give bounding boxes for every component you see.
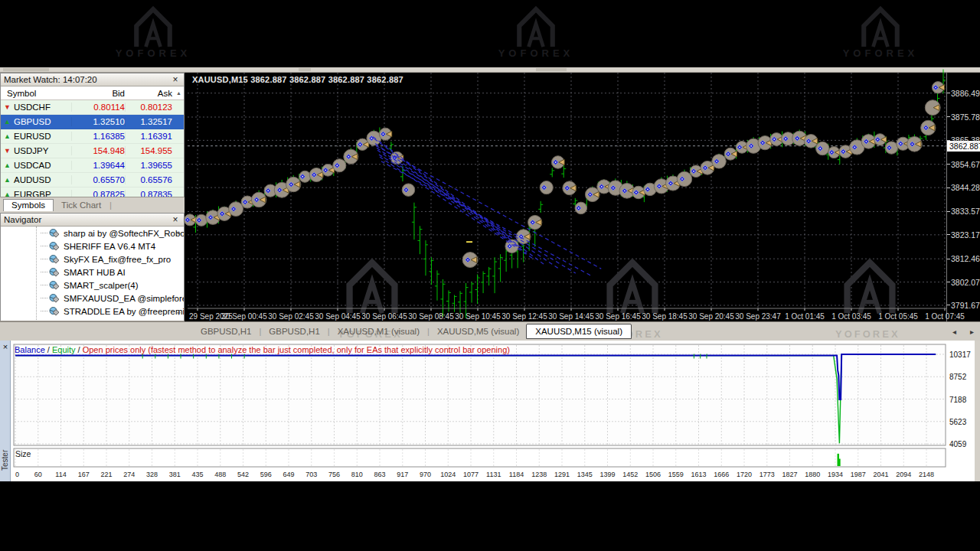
bid-cell: 1.32510	[71, 117, 125, 126]
yoforex-watermark-text: YOFOREX	[498, 47, 574, 59]
house-logo-watermark	[136, 9, 170, 47]
close-icon[interactable]: ×	[0, 342, 11, 351]
navigator-item-label: sharp ai by @SoftechFX_Robot	[64, 229, 184, 238]
market-watch-rows: ▼USDCHF0.801140.80123▲GBPUSD1.325101.325…	[1, 100, 184, 197]
scroll-up-icon[interactable]: ▲	[176, 90, 181, 96]
expert-advisor-icon	[49, 293, 60, 304]
close-icon[interactable]: ×	[170, 215, 181, 224]
symbol-cell: USDCHF	[14, 103, 71, 112]
tester-x-label: 1077	[463, 471, 479, 478]
tester-legend-text: Open prices only (fastest method to anal…	[83, 345, 510, 354]
market-watch-header: Symbol Bid Ask ▲	[1, 86, 184, 100]
tester-x-label: 488	[214, 471, 226, 478]
navigator-item[interactable]: SMFXAUUSD_EA @simpleforex	[1, 292, 184, 305]
tester-x-label: 221	[100, 471, 112, 478]
market-watch-row[interactable]: ▲USDCAD1.396441.39655	[1, 158, 184, 173]
column-symbol[interactable]: Symbol	[1, 89, 71, 98]
market-watch-row[interactable]: ▼USDCHF0.801140.80123	[1, 100, 184, 115]
price-axis[interactable]: 3862.887 3886.4903875.7803865.3853854.67…	[946, 73, 980, 321]
time-axis-label: 1 Oct 01:45	[785, 312, 825, 321]
market-watch-panel: Market Watch: 14:07:20 × Symbol Bid Ask …	[0, 73, 185, 211]
market-watch-tabs: SymbolsTick Chart|	[0, 197, 185, 211]
arrow-up-icon: ▲	[1, 132, 14, 140]
arrow-down-icon: ▼	[1, 103, 14, 111]
tab-tick-chart[interactable]: Tick Chart	[54, 200, 109, 211]
bid-cell: 1.16385	[71, 132, 125, 141]
tester-x-label: 1987	[851, 471, 866, 478]
tab-symbols[interactable]: Symbols	[3, 199, 54, 211]
tester-x-label: 1720	[737, 471, 752, 478]
tester-x-label: 1291	[554, 471, 570, 478]
tab-separator: |	[109, 201, 113, 211]
tester-x-label: 0	[15, 471, 19, 478]
tab-scroll-arrows: ◂ ▸	[952, 328, 980, 336]
navigator-item[interactable]: sharp ai by @SoftechFX_Robot	[1, 227, 184, 240]
yoforex-watermark-text: YOFOREX	[116, 47, 191, 59]
navigator-item[interactable]: SHERIFF EA V6.4 MT4	[1, 240, 184, 253]
tester-x-label: 1345	[577, 471, 593, 478]
tester-legend: Balance / Equity / Open prices only (fas…	[15, 345, 510, 354]
price-axis-label: 3833.570	[947, 207, 979, 216]
tester-x-label: 1452	[622, 471, 638, 478]
navigator-item[interactable]: SkyFX EA_fix@free_fx_pro	[1, 253, 184, 266]
tester-x-label: 810	[351, 471, 363, 478]
price-axis-label: 3854.675	[947, 160, 979, 169]
market-watch-row[interactable]: ▲EURUSD1.163851.16391	[1, 129, 184, 144]
navigator-item[interactable]: SMART HUB AI	[1, 266, 184, 279]
expert-advisor-icon	[49, 280, 60, 291]
tab-scroll-left-icon[interactable]: ◂	[952, 328, 956, 336]
mt4-terminal-window: YOFOREXYOFOREXYOFOREX Market Watch: 14:0…	[0, 0, 980, 551]
tester-y-label: 8752	[949, 373, 966, 381]
chart-tab-5[interactable]: XAUUSD,M15 (visual)	[526, 324, 632, 339]
time-axis-label: 30 Sep 04:45	[315, 312, 361, 321]
navigator-item-label: SHERIFF EA V6.4 MT4	[64, 242, 155, 251]
bid-cell: 0.80114	[71, 103, 125, 112]
time-axis-label: 30 Sep 18:45	[642, 312, 688, 321]
navigator-tree: ▲ ▼ sharp ai by @SoftechFX_RobotSHERIFF …	[1, 227, 184, 321]
time-axis-label: 30 Sep 16:45	[595, 312, 641, 321]
expert-advisor-icon	[49, 267, 60, 278]
symbol-cell: USDCAD	[14, 161, 71, 170]
column-bid[interactable]: Bid	[71, 89, 125, 98]
tester-x-label: 2041	[873, 471, 888, 478]
chart-tab-2[interactable]: GBPUSD,H1	[262, 324, 326, 338]
market-watch-row[interactable]: ▼USDJPY154.948154.955	[1, 144, 184, 158]
tester-x-label: 1024	[440, 471, 456, 478]
market-watch-row[interactable]: ▲AUDUSD0.655700.65576	[1, 173, 184, 187]
tester-x-label: 2094	[896, 471, 911, 478]
tester-chart[interactable]: 0601141672212743283814354885425966497037…	[11, 341, 977, 481]
tester-x-label: 1827	[782, 471, 797, 478]
expert-advisor-icon	[49, 254, 60, 265]
navigator-item[interactable]: STRADDLE EA by @freepremiur	[1, 305, 184, 318]
tab-scroll-right-icon[interactable]: ▸	[970, 328, 974, 336]
bid-cell: 154.948	[71, 146, 125, 155]
tester-x-label: 435	[191, 471, 203, 478]
market-watch-title: Market Watch: 14:07:20	[4, 75, 170, 84]
toolbar-strip	[0, 67, 980, 73]
bid-cell: 1.39644	[71, 161, 125, 170]
column-ask[interactable]: Ask	[125, 89, 172, 98]
chart-tab-4[interactable]: XAUUSD,M5 (visual)	[430, 324, 526, 338]
scroll-down-icon[interactable]: ▼	[176, 311, 181, 316]
tester-dock-label: Tester	[1, 450, 9, 471]
expert-advisor-icon	[49, 241, 60, 252]
time-axis-label: 1 Oct 05:45	[878, 312, 918, 321]
chart-tab-1[interactable]: GBPUSD,H1	[194, 324, 258, 338]
yoforex-watermark-text: YOFOREX	[843, 47, 919, 59]
chart-tab-3[interactable]: XAUUSD,M1 (visual)	[331, 324, 426, 338]
symbol-cell: GBPUSD	[14, 117, 71, 126]
navigator-titlebar: Navigator ×	[1, 214, 184, 227]
navigator-item[interactable]: SMART_scalper(4)	[1, 279, 184, 292]
navigator-panel: Navigator × ▲ ▼ sharp ai by @SoftechFX_R…	[0, 213, 185, 321]
size-panel-label: Size	[15, 449, 31, 458]
scroll-up-icon[interactable]: ▲	[176, 230, 181, 235]
tester-legend-text: /	[45, 345, 52, 354]
close-icon[interactable]: ×	[170, 75, 181, 84]
time-axis-label: 1 Oct 07:45	[925, 312, 965, 321]
toolbar-segment	[3, 68, 49, 71]
market-watch-row[interactable]: ▲GBPUSD1.325101.32517	[1, 115, 184, 129]
time-axis-label: 30 Sep 00:45	[221, 312, 267, 321]
house-logo-watermark	[864, 9, 897, 47]
price-chart[interactable]: 29 Sep 202530 Sep 00:4530 Sep 02:4530 Se…	[188, 73, 946, 321]
toolbar-segment	[299, 68, 311, 71]
